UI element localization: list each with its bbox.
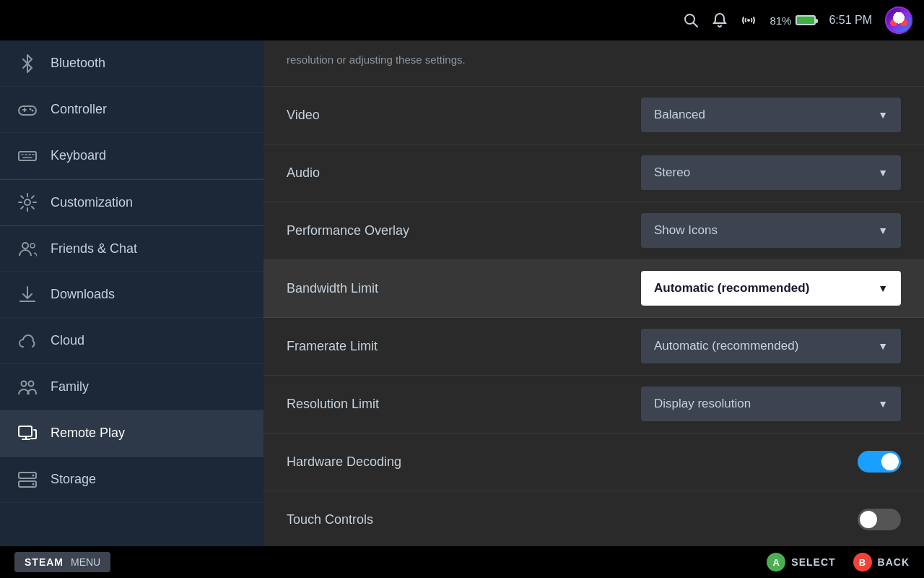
bandwidth-limit-label: Bandwidth Limit (287, 281, 641, 296)
sidebar-item-family[interactable]: Family (0, 364, 263, 410)
performance-overlay-value: Show Icons (654, 223, 718, 238)
sidebar-item-remote-play[interactable]: Remote Play (0, 410, 263, 457)
customization-label: Customization (51, 195, 133, 210)
svg-point-17 (22, 381, 27, 386)
video-control: Balanced ▼ (641, 98, 901, 132)
storage-icon (17, 470, 38, 490)
keyboard-icon (17, 146, 38, 166)
bottom-bar: STEAM MENU A SELECT B BACK (0, 546, 924, 578)
framerate-limit-value: Automatic (recommended) (654, 339, 798, 353)
touch-controls-label: Touch Controls (287, 512, 641, 527)
search-icon[interactable] (683, 12, 699, 28)
friends-chat-label: Friends & Chat (51, 241, 137, 256)
steam-menu-button[interactable]: STEAM MENU (14, 552, 110, 572)
cloud-icon (17, 331, 38, 351)
intro-text: resolution or adjusting these settings. (263, 40, 924, 87)
top-bar-icons: 81% 6:51 PM (683, 7, 912, 34)
video-value: Balanced (654, 108, 705, 122)
steam-label: STEAM (25, 556, 64, 568)
audio-control: Stereo ▼ (641, 155, 901, 190)
bandwidth-limit-setting-row: Bandwidth Limit Automatic (recommended) … (263, 260, 924, 318)
touch-controls-setting-row: Touch Controls (263, 491, 924, 547)
downloads-label: Downloads (51, 287, 115, 302)
battery-percent: 81% (770, 14, 791, 27)
bandwidth-limit-chevron-icon: ▼ (878, 282, 888, 294)
hardware-decoding-control (641, 451, 901, 473)
notification-icon[interactable] (712, 12, 728, 28)
svg-point-7 (32, 109, 34, 111)
b-button[interactable]: B (853, 553, 872, 571)
audio-dropdown[interactable]: Stereo ▼ (641, 155, 901, 190)
framerate-limit-dropdown[interactable]: Automatic (recommended) ▼ (641, 329, 901, 363)
audio-setting-row: Audio Stereo ▼ (263, 144, 924, 202)
framerate-limit-setting-row: Framerate Limit Automatic (recommended) … (263, 318, 924, 376)
sidebar-item-controller[interactable]: Controller (0, 87, 263, 133)
family-icon (17, 377, 38, 397)
touch-controls-toggle[interactable] (858, 509, 901, 530)
hardware-decoding-toggle[interactable] (858, 451, 901, 473)
back-label: BACK (878, 556, 910, 568)
svg-point-15 (22, 243, 28, 249)
select-action: A SELECT (767, 553, 835, 571)
sidebar-item-downloads[interactable]: Downloads (0, 272, 263, 318)
svg-point-23 (32, 483, 35, 485)
svg-rect-19 (19, 426, 32, 436)
main-layout: Bluetooth Controller (0, 40, 924, 546)
video-dropdown[interactable]: Balanced ▼ (641, 98, 901, 132)
a-button[interactable]: A (767, 553, 785, 571)
framerate-limit-chevron-icon: ▼ (878, 340, 888, 352)
sidebar-item-keyboard[interactable]: Keyboard (0, 133, 263, 179)
video-chevron-icon: ▼ (878, 109, 888, 121)
performance-overlay-chevron-icon: ▼ (878, 225, 888, 236)
cloud-label: Cloud (51, 333, 84, 348)
sidebar-item-storage[interactable]: Storage (0, 457, 263, 503)
audio-label: Audio (287, 165, 641, 181)
svg-point-16 (30, 243, 35, 248)
bandwidth-limit-control: Automatic (recommended) ▼ (641, 271, 901, 306)
framerate-limit-label: Framerate Limit (287, 339, 641, 354)
svg-point-2 (747, 19, 750, 22)
performance-overlay-dropdown[interactable]: Show Icons ▼ (641, 213, 901, 248)
resolution-limit-chevron-icon: ▼ (878, 398, 888, 410)
touch-controls-control (641, 509, 901, 530)
resolution-limit-value: Display resolution (654, 397, 751, 411)
toggle-knob-touch (860, 511, 877, 528)
bandwidth-limit-value: Automatic (recommended) (654, 281, 809, 296)
broadcast-icon[interactable] (741, 12, 757, 28)
resolution-limit-setting-row: Resolution Limit Display resolution ▼ (263, 376, 924, 434)
family-label: Family (51, 379, 89, 394)
svg-line-1 (694, 23, 698, 27)
sidebar-item-cloud[interactable]: Cloud (0, 318, 263, 364)
bottom-bar-actions: A SELECT B BACK (767, 553, 910, 571)
controller-icon (17, 100, 38, 120)
toggle-knob (881, 453, 899, 470)
avatar[interactable] (885, 7, 912, 34)
controller-label: Controller (51, 102, 107, 117)
sidebar-item-friends-chat[interactable]: Friends & Chat (0, 225, 263, 272)
performance-overlay-label: Performance Overlay (287, 223, 641, 238)
hardware-decoding-label: Hardware Decoding (287, 454, 641, 470)
back-action: B BACK (853, 553, 910, 571)
svg-point-6 (30, 108, 32, 110)
video-label: Video (287, 108, 641, 123)
main-content: resolution or adjusting these settings. … (263, 40, 924, 546)
remote-play-icon (17, 423, 38, 444)
resolution-limit-label: Resolution Limit (287, 397, 641, 412)
storage-label: Storage (51, 472, 96, 487)
svg-point-18 (29, 381, 34, 386)
remote-play-label: Remote Play (51, 426, 125, 441)
menu-label: MENU (71, 556, 100, 568)
performance-overlay-control: Show Icons ▼ (641, 213, 901, 248)
sidebar-item-bluetooth[interactable]: Bluetooth (0, 40, 263, 87)
downloads-icon (17, 285, 38, 305)
performance-overlay-setting-row: Performance Overlay Show Icons ▼ (263, 202, 924, 260)
select-label: SELECT (791, 556, 835, 568)
battery-indicator: 81% (770, 14, 816, 27)
hardware-decoding-setting-row: Hardware Decoding (263, 434, 924, 491)
bandwidth-limit-dropdown[interactable]: Automatic (recommended) ▼ (641, 271, 901, 306)
resolution-limit-dropdown[interactable]: Display resolution ▼ (641, 387, 901, 421)
sidebar-item-customization[interactable]: Customization (0, 179, 263, 225)
audio-value: Stereo (654, 165, 690, 180)
keyboard-label: Keyboard (51, 148, 106, 163)
bluetooth-label: Bluetooth (51, 56, 105, 71)
